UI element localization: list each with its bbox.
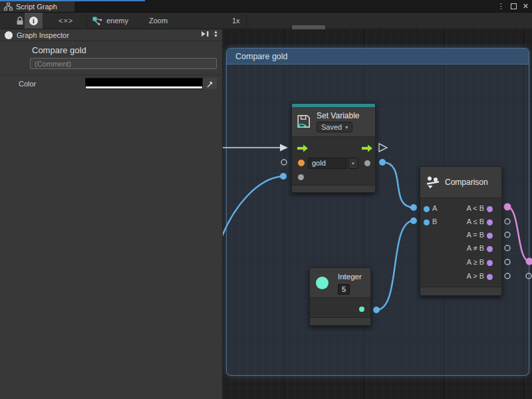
color-swatch[interactable] <box>85 78 203 89</box>
graph-canvas[interactable]: Compare gold <box>223 29 532 399</box>
graph-inspector-panel: i Graph Inspector ▲▼ Compare gold Color <box>0 29 223 399</box>
input-a-label: A <box>432 204 437 212</box>
port-comparison-geq[interactable] <box>487 260 493 266</box>
port-variable-name[interactable] <box>298 160 305 166</box>
eyedropper-button[interactable] <box>203 78 217 89</box>
chevron-down-icon: ▾ <box>345 124 348 130</box>
port-offscreen-in[interactable] <box>526 258 532 265</box>
toolbar: i <×> enemy Zoom 1x Relations Values D <box>0 12 532 29</box>
port-setvar-input-value[interactable] <box>298 174 304 180</box>
output-less-label: A < B <box>466 204 484 212</box>
port-comparison-eq[interactable] <box>487 233 493 239</box>
output-geq-label: A ≥ B <box>467 258 484 266</box>
setvar-footer <box>292 185 375 192</box>
integer-title: Integer <box>338 273 362 281</box>
graph-hierarchy-icon <box>4 3 13 11</box>
port-flow-in[interactable] <box>297 144 308 152</box>
zoom-value: 1x <box>232 13 240 29</box>
toolbar-separator <box>86 14 87 27</box>
port-offscreen-in-2[interactable] <box>526 273 531 279</box>
graph-name: enemy <box>106 17 128 25</box>
edge-flow-arrowhead <box>280 144 288 152</box>
graph-node-icon <box>92 17 102 25</box>
port-comparison-neq[interactable] <box>487 246 493 252</box>
comparison-title: Comparison <box>445 178 488 187</box>
port-comparison-geq-external[interactable] <box>505 259 510 265</box>
script-graph-window: Script Graph ⋮ ✕ i <×> <box>0 0 532 399</box>
port-comparison-less-external[interactable] <box>504 203 511 211</box>
setvar-title: Set Variable <box>317 111 359 120</box>
info-icon: i <box>5 31 13 39</box>
edge-comparison-out[interactable] <box>507 207 529 261</box>
window-menu-icon[interactable]: ⋮ <box>497 1 505 11</box>
port-comparison-greater[interactable] <box>487 274 493 280</box>
comparison-scale-icon <box>426 175 440 190</box>
output-leq-label: A ≤ B <box>467 217 484 225</box>
port-comparison-leq-external[interactable] <box>505 219 510 224</box>
integer-value-field[interactable]: 5 <box>338 284 350 295</box>
eyedropper-icon <box>205 79 215 88</box>
port-setvar-value-in-external[interactable] <box>281 160 287 165</box>
graph-inspector-header: i Graph Inspector ▲▼ <box>0 29 222 41</box>
port-comparison-greater-external[interactable] <box>505 273 510 279</box>
node-integer[interactable]: Integer 5 <box>309 267 371 326</box>
output-greater-label: A > B <box>466 272 484 280</box>
node-comparison[interactable]: Comparison A A < B B A ≤ B A = B A ≠ B <box>420 166 502 296</box>
color-label: Color <box>19 80 36 88</box>
port-setvar-output-value[interactable] <box>364 160 370 166</box>
svg-text:<>: <> <box>297 121 307 130</box>
port-comparison-neq-external[interactable] <box>505 245 510 251</box>
divider <box>0 74 222 75</box>
integer-footer <box>310 317 370 325</box>
floppy-variable-icon: <> <box>296 114 312 130</box>
node-set-variable[interactable]: <> Set Variable Saved ▾ gold ▾ <box>291 103 376 193</box>
graph-title-text: Compare gold <box>32 45 86 55</box>
dock-panel-icon[interactable] <box>200 30 209 38</box>
port-setvar-output-external[interactable] <box>379 159 386 166</box>
port-comparison-a[interactable] <box>424 206 430 212</box>
port-comparison-a-external[interactable] <box>410 204 417 211</box>
variable-name-field[interactable]: gold <box>308 158 346 169</box>
panel-scrubber-icon[interactable]: ▲▼ <box>213 30 218 38</box>
tab-script-graph[interactable]: Script Graph <box>0 1 74 12</box>
port-integer-out-external[interactable] <box>373 307 380 313</box>
edge-integer-to-comparison-b[interactable] <box>376 221 414 310</box>
edge-setvar-to-comparison-a[interactable] <box>382 162 414 207</box>
variable-kind-dropdown[interactable]: Saved ▾ <box>317 122 352 132</box>
inspector-toggle-button[interactable]: i <box>25 13 43 29</box>
port-comparison-leq[interactable] <box>487 219 493 225</box>
comment-input[interactable] <box>30 58 217 69</box>
port-comparison-b[interactable] <box>424 219 430 225</box>
tab-title: Script Graph <box>16 3 57 11</box>
setvar-header[interactable]: <> Set Variable Saved ▾ <box>292 107 375 137</box>
port-setvar-input-external[interactable] <box>280 173 287 180</box>
window-close-icon[interactable]: ✕ <box>523 1 529 11</box>
output-neq-label: A ≠ B <box>467 244 484 252</box>
comparison-footer <box>420 287 501 295</box>
port-comparison-eq-external[interactable] <box>505 232 510 237</box>
output-eq-label: A = B <box>466 231 484 239</box>
edge-variable-in[interactable] <box>223 176 283 239</box>
input-b-label: B <box>432 217 437 225</box>
toolbar-separator <box>246 14 247 27</box>
port-comparison-less[interactable] <box>487 206 493 212</box>
window-maximize-icon[interactable] <box>511 3 517 9</box>
port-flow-out[interactable] <box>362 144 372 152</box>
alpha-bar <box>86 86 202 88</box>
port-flow-out-external[interactable] <box>379 144 387 152</box>
integer-type-icon <box>316 277 329 289</box>
lock-icon[interactable] <box>16 13 24 29</box>
variable-name-dropdown[interactable]: ▾ <box>348 158 358 169</box>
port-comparison-b-external[interactable] <box>410 217 417 224</box>
inspector-title: Graph Inspector <box>17 31 69 39</box>
code-preview-icon[interactable]: <×> <box>59 13 73 29</box>
port-integer-out[interactable] <box>359 307 364 312</box>
titlebar: Script Graph ⋮ ✕ <box>0 0 532 12</box>
comparison-header[interactable]: Comparison <box>420 167 501 198</box>
graph-breadcrumb[interactable]: enemy <box>92 13 128 29</box>
zoom-label: Zoom <box>149 13 168 29</box>
info-icon: i <box>29 17 38 25</box>
integer-header[interactable]: Integer 5 <box>310 268 370 298</box>
